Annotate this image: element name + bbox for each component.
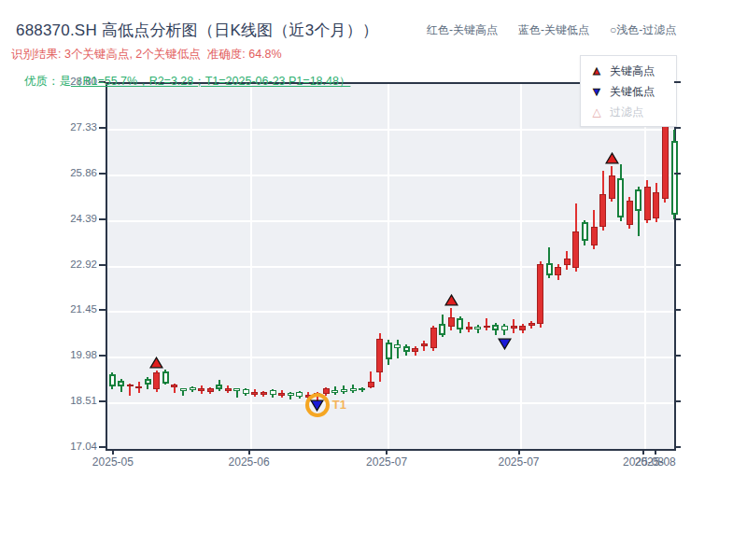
candle[interactable]	[599, 194, 606, 227]
candle[interactable]	[537, 264, 543, 325]
candle[interactable]	[439, 324, 445, 335]
candle[interactable]	[430, 328, 437, 348]
candle[interactable]	[171, 385, 177, 387]
candle[interactable]	[609, 175, 615, 199]
x-axis-label: 2025-06	[219, 455, 279, 469]
candle[interactable]	[109, 374, 116, 386]
candle[interactable]	[368, 382, 374, 387]
candle[interactable]	[644, 187, 651, 220]
candle[interactable]	[251, 392, 258, 395]
x-axis-label: 2025-08	[626, 455, 685, 469]
gridline-vertical	[520, 84, 522, 449]
y-axis-label: 25.86	[52, 167, 97, 178]
gridline-horizontal	[107, 220, 674, 222]
y-axis-tick	[99, 218, 106, 220]
candle[interactable]	[180, 388, 187, 391]
candle[interactable]	[582, 222, 588, 241]
quality-detail: （R1=55.7%，R2=3.28；T1=2025-06-23 P1=18.48…	[71, 75, 351, 88]
x-axis-label: 2025-07	[489, 455, 549, 469]
y-axis-tick	[99, 400, 106, 402]
candle[interactable]	[207, 388, 214, 393]
note-key-high: 红色-关键高点	[427, 22, 498, 38]
candle[interactable]	[341, 389, 347, 392]
candle[interactable]	[591, 227, 598, 245]
candle[interactable]	[564, 259, 571, 266]
candle[interactable]	[466, 327, 472, 329]
candle[interactable]	[359, 388, 365, 391]
candle[interactable]	[394, 344, 401, 348]
candle[interactable]	[190, 387, 196, 391]
candle[interactable]	[474, 327, 481, 329]
y-axis-label: 24.39	[52, 213, 97, 224]
candle[interactable]	[288, 393, 294, 396]
candle[interactable]	[457, 318, 463, 329]
candle[interactable]	[501, 326, 508, 330]
candle[interactable]	[484, 326, 490, 329]
candle[interactable]	[216, 385, 222, 390]
candle[interactable]	[511, 326, 517, 329]
legend-item-filtered[interactable]: △过滤点	[590, 102, 676, 122]
candle[interactable]	[270, 390, 276, 395]
y-axis-tick	[99, 446, 106, 448]
candle[interactable]	[350, 388, 357, 391]
legend-item-high[interactable]: ▲关键高点	[590, 61, 676, 81]
candle[interactable]	[323, 388, 330, 395]
candlestick-chart[interactable]: ▲关键高点▼关键低点△过滤点 T1	[106, 82, 676, 451]
candle[interactable]	[376, 339, 383, 372]
legend-item-label: 关键高点	[610, 63, 655, 79]
candle[interactable]	[546, 263, 553, 276]
candle[interactable]	[198, 388, 204, 391]
candle[interactable]	[296, 392, 303, 397]
red-triangle-icon: ▲	[590, 65, 603, 77]
color-legend-note: 红色-关键高点 蓝色-关键低点 ○浅色-过滤点	[427, 22, 676, 38]
candle[interactable]	[243, 389, 249, 394]
candle[interactable]	[153, 372, 160, 389]
candle[interactable]	[233, 388, 240, 391]
chart-legend: ▲关键高点▼关键低点△过滤点	[580, 55, 677, 127]
candle[interactable]	[225, 388, 232, 391]
legend-item-low[interactable]: ▼关键低点	[590, 81, 676, 102]
candle[interactable]	[278, 393, 285, 396]
candle[interactable]	[421, 343, 428, 346]
key-high-marker	[444, 293, 458, 310]
candle[interactable]	[412, 348, 418, 352]
candle[interactable]	[162, 371, 169, 384]
candle[interactable]	[261, 392, 267, 395]
candle[interactable]	[118, 381, 124, 387]
candle[interactable]	[671, 141, 678, 215]
candle-wick	[486, 318, 487, 330]
y-axis-label: 21.45	[52, 303, 97, 315]
candle[interactable]	[127, 385, 134, 387]
candle[interactable]	[617, 178, 624, 217]
candle[interactable]	[448, 317, 455, 327]
note-filtered: ○浅色-过滤点	[610, 22, 676, 38]
gridline-vertical	[644, 84, 646, 449]
legend-item-label: 关键低点	[610, 84, 655, 100]
candle[interactable]	[135, 386, 142, 389]
candle[interactable]	[492, 325, 499, 331]
candle[interactable]	[662, 123, 669, 199]
gridline-horizontal	[107, 129, 674, 131]
y-axis-tick	[99, 173, 106, 175]
t1-label: T1	[332, 398, 346, 412]
x-axis-label: 2025-07	[357, 455, 416, 469]
y-axis-tick	[99, 264, 106, 266]
key-low-marker	[310, 399, 324, 415]
y-axis-tick	[99, 309, 106, 311]
x-axis-label: 2025-05	[83, 455, 143, 469]
candle[interactable]	[555, 267, 561, 276]
gridline-horizontal	[107, 266, 674, 268]
y-axis-tick	[99, 355, 106, 357]
candle[interactable]	[627, 201, 633, 225]
candle[interactable]	[145, 379, 151, 385]
candle[interactable]	[529, 323, 535, 326]
candle[interactable]	[403, 346, 410, 352]
candle[interactable]	[653, 192, 659, 218]
candle[interactable]	[572, 231, 579, 269]
blue-triangle-icon: ▼	[590, 86, 603, 97]
candle[interactable]	[635, 189, 641, 211]
y-axis-label: 27.33	[52, 121, 97, 133]
candle[interactable]	[331, 390, 338, 393]
candle[interactable]	[386, 343, 392, 359]
candle[interactable]	[519, 326, 526, 330]
